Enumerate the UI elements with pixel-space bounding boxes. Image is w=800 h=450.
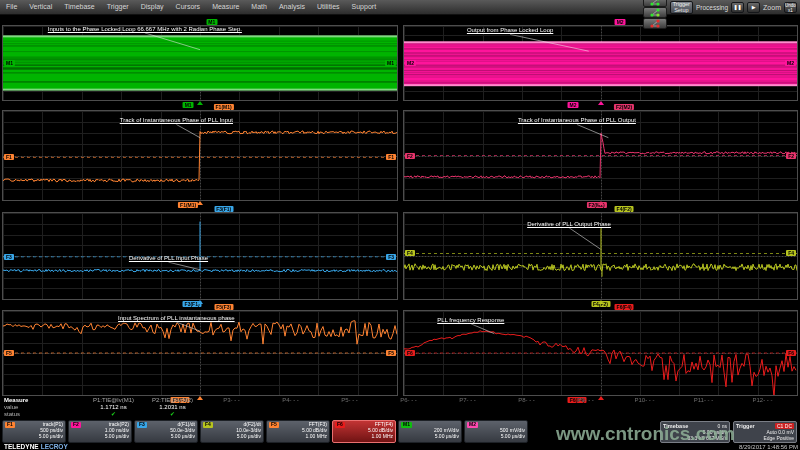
measure-col-11[interactable]: P11- - - — [674, 397, 733, 404]
p1-tag-right[interactable]: M1 — [385, 60, 396, 66]
horizontal-scale: 5.00 μs/div — [401, 434, 459, 440]
measure-header: P7- - - — [438, 397, 497, 404]
analysis-icon-2[interactable] — [643, 0, 667, 7]
menu-vertical[interactable]: Vertical — [23, 0, 58, 14]
trigger-setup-button[interactable]: Trigger Setup — [670, 1, 693, 14]
measure-col-10[interactable]: P10- - - — [615, 397, 674, 404]
measure-col-8[interactable]: P8- - - — [497, 397, 556, 404]
p5-tag-right[interactable]: F3 — [386, 254, 396, 260]
menu-utilities[interactable]: Utilities — [311, 0, 346, 14]
measure-header: P8- - - — [497, 397, 556, 404]
p3-tag-right[interactable]: F1 — [386, 154, 396, 160]
menu-file[interactable]: File — [0, 0, 23, 14]
measure-header: P6- - - — [379, 397, 438, 404]
measure-col-4[interactable]: P4- - - — [261, 397, 320, 404]
menu-timebase[interactable]: Timebase — [58, 0, 100, 14]
p3-waveform-canvas[interactable] — [3, 111, 397, 200]
p4-trigger-marker[interactable] — [598, 201, 604, 205]
measure-header: P11- - - — [674, 397, 733, 404]
scope-panel-p5[interactable]: Derivative of PLL Input PhaseF3(F1)F3(F1… — [2, 212, 398, 300]
trigger-panel[interactable]: Trigger C1 DC Auto 0.0 mV Edge Positive — [733, 421, 797, 443]
menu-analysis[interactable]: Analysis — [273, 0, 311, 14]
p5-tag-left[interactable]: F3 — [4, 254, 14, 260]
scope-panel-p4[interactable]: Track of Instantaneous Phase of PLL Outp… — [403, 110, 798, 201]
measure-col-1[interactable]: P1:TIE@lv(M1)1.1712 ns✔ — [84, 397, 143, 418]
p7-tag-left[interactable]: F5 — [4, 350, 14, 356]
menu-math[interactable]: Math — [245, 0, 273, 14]
measure-col-9[interactable]: P9- - - — [556, 397, 615, 404]
descriptor-F2[interactable]: F2track(P2)1.00 ns/div5.00 μs/div — [68, 420, 132, 443]
p4-annotation: Track of Instantaneous Phase of PLL Outp… — [518, 117, 636, 123]
measure-col-6[interactable]: P6- - - — [379, 397, 438, 404]
p4-tag-top[interactable]: F2(M2) — [614, 104, 634, 110]
descriptor-M1[interactable]: M1200 mV/div5.00 μs/div — [398, 420, 462, 443]
p3-tag-top[interactable]: F1(M1) — [214, 104, 234, 110]
p6-tag-left[interactable]: F4 — [405, 250, 415, 256]
measure-status: ✔ — [143, 411, 202, 418]
horizontal-scale: 1.00 MHz — [335, 434, 393, 440]
p4-tag-left[interactable]: F2 — [405, 153, 415, 159]
pause-button[interactable]: ❚❚ — [731, 2, 744, 13]
p1-tag-left[interactable]: M1 — [4, 60, 15, 66]
p8-tag-right[interactable]: F6 — [786, 350, 796, 356]
trace-id-badge: M2 — [467, 422, 478, 428]
menu-cursors[interactable]: Cursors — [170, 0, 207, 14]
descriptor-F4[interactable]: F4d(F2)/dt10.0e-3/div5.00 μs/div — [200, 420, 264, 443]
analysis-icon-4[interactable] — [643, 18, 667, 29]
undo-zoom-button[interactable]: Undo x1 — [784, 2, 797, 13]
menu-measure[interactable]: Measure — [206, 0, 245, 14]
p5-tag-top[interactable]: F3(F1) — [214, 206, 233, 212]
p2-trigger-marker[interactable] — [598, 101, 604, 105]
p7-tag-right[interactable]: F5 — [386, 350, 396, 356]
p6-tag-top[interactable]: F4(F2) — [615, 206, 634, 212]
measure-col-5[interactable]: P5- - - — [320, 397, 379, 404]
measure-col-2[interactable]: P2:TIE@lv(M2)1.2031 ns✔ — [143, 397, 202, 418]
scope-panel-p8[interactable]: PLL frequency ResponseF6(F4)F6(F4)F6F6 — [403, 310, 798, 396]
descriptor-F3[interactable]: F3d(F1)/dt50.0e-3/div5.00 μs/div — [134, 420, 198, 443]
descriptor-F1[interactable]: F1track(P1)500 ps/div5.00 μs/div — [2, 420, 66, 443]
p2-annotation: Output from Phase Locked Loop — [467, 27, 553, 33]
p8-tag-left[interactable]: F6 — [405, 350, 415, 356]
p7-tag-top[interactable]: F5(F3) — [214, 304, 233, 310]
trace-id-badge: M1 — [401, 422, 412, 428]
p3-trigger-marker[interactable] — [197, 201, 203, 205]
p3-tag-bottom[interactable]: F1(M1) — [178, 202, 198, 208]
p4-waveform-canvas[interactable] — [404, 111, 797, 200]
p2-tag-bottom[interactable]: M2 — [568, 102, 579, 108]
processing-label: Processing — [696, 4, 728, 11]
scope-panel-p6[interactable]: Derivative of PLL Output PhaseF4(F2)F4(F… — [403, 212, 798, 300]
descriptor-M2[interactable]: M2500 mV/div5.00 μs/div — [464, 420, 528, 443]
measure-col-3[interactable]: P3- - - — [202, 397, 261, 404]
p6-trigger-marker[interactable] — [598, 300, 604, 304]
p5-trigger-marker[interactable] — [197, 300, 203, 304]
p1-waveform-canvas[interactable] — [3, 26, 397, 100]
p2-tag-right[interactable]: M2 — [785, 60, 796, 66]
p1-tag-top[interactable]: M1 — [206, 19, 217, 25]
measure-col-12[interactable]: P12- - - — [733, 397, 792, 404]
descriptor-F6[interactable]: F6FFT(F4)5.00 dB/div1.00 MHz — [332, 420, 396, 443]
scope-panel-p1[interactable]: Inputs to the Phase Locked Loop 66.667 M… — [2, 25, 398, 101]
p3-tag-left[interactable]: F1 — [4, 154, 14, 160]
measure-col-7[interactable]: P7- - - — [438, 397, 497, 404]
menu-display[interactable]: Display — [135, 0, 170, 14]
play-button[interactable]: ▶ — [747, 2, 760, 13]
p8-waveform-canvas[interactable] — [404, 311, 797, 395]
scope-panel-p7[interactable]: Input Spectrum of PLL instantaneous phas… — [2, 310, 398, 396]
analysis-icon-3[interactable] — [643, 7, 667, 18]
p4-tag-right[interactable]: F2 — [786, 153, 796, 159]
p2-tag-left[interactable]: M2 — [405, 60, 416, 66]
menu-trigger[interactable]: Trigger — [101, 0, 135, 14]
scope-panel-p3[interactable]: Track of Instantaneous Phase of PLL Inpu… — [2, 110, 398, 201]
toolbar-icons — [643, 0, 667, 29]
descriptor-F5[interactable]: F5FFT(F3)5.00 dB/div1.00 MHz — [266, 420, 330, 443]
menu-support[interactable]: Support — [346, 0, 383, 14]
p2-tag-top[interactable]: M2 — [615, 19, 626, 25]
p6-tag-right[interactable]: F4 — [786, 250, 796, 256]
logo-teledyne: TELEDYNE — [4, 443, 39, 450]
p7-waveform-canvas[interactable] — [3, 311, 397, 395]
p1-tag-bottom[interactable]: M1 — [183, 102, 194, 108]
p1-trigger-marker[interactable] — [197, 101, 203, 105]
p2-waveform-canvas[interactable] — [404, 26, 797, 100]
p8-tag-top[interactable]: F6(F4) — [615, 304, 634, 310]
scope-panel-p2[interactable]: Output from Phase Locked LoopM2M2M2M2 — [403, 25, 798, 101]
